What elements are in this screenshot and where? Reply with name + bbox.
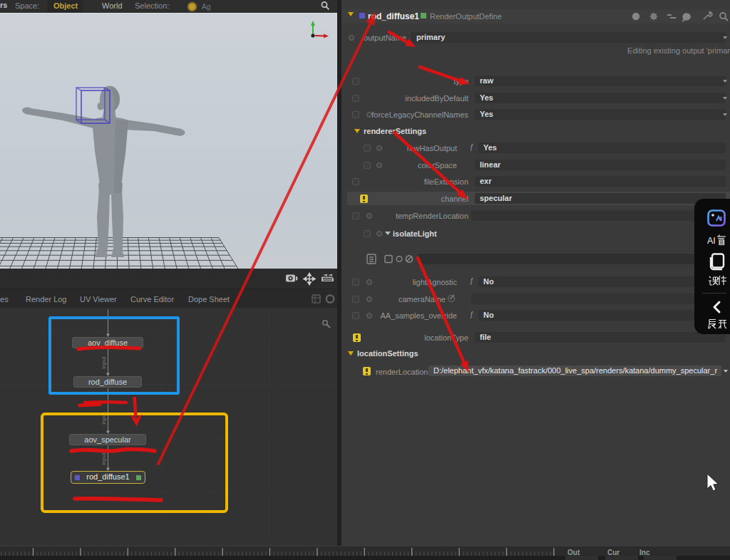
- svg-text:AI: AI: [707, 236, 716, 246]
